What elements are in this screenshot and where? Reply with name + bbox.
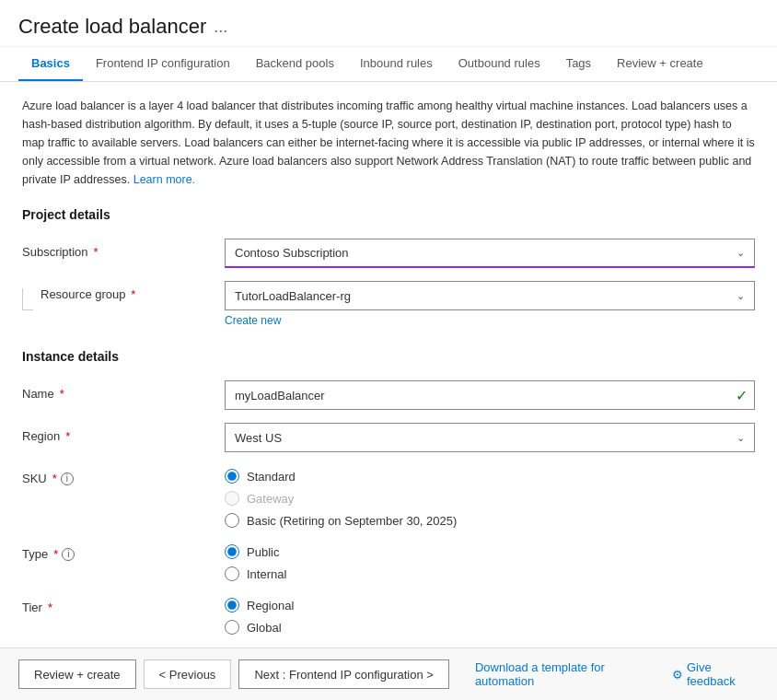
- sku-row: SKU * i Standard Gateway: [22, 465, 755, 528]
- sku-control: Standard Gateway Basic (Retiring on Sept…: [225, 465, 755, 528]
- tier-regional-option: Regional: [225, 598, 755, 612]
- tab-outbound-rules[interactable]: Outbound rules: [446, 47, 553, 81]
- page-container: Create load balancer ... Basics Frontend…: [0, 0, 777, 700]
- region-required: *: [65, 429, 70, 443]
- tier-label: Tier *: [22, 594, 225, 614]
- sku-standard-option: Standard: [225, 469, 755, 484]
- tier-row: Tier * Regional Global: [22, 594, 755, 635]
- type-info-icon[interactable]: i: [62, 548, 75, 561]
- instance-details-heading: Instance details: [22, 349, 755, 368]
- feedback-icon: ⚙: [672, 668, 683, 682]
- resource-group-row: Resource group * TutorLoadBalancer-rg ⌄ …: [22, 281, 755, 327]
- tier-control: Regional Global: [225, 594, 755, 635]
- sku-standard-radio[interactable]: [225, 469, 239, 484]
- resource-group-dropdown[interactable]: TutorLoadBalancer-rg ⌄: [225, 281, 755, 310]
- tier-regional-radio[interactable]: [225, 598, 239, 612]
- type-public-radio[interactable]: [225, 544, 239, 559]
- sku-gateway-option: Gateway: [225, 491, 755, 506]
- page-header: Create load balancer ...: [0, 0, 777, 47]
- type-public-option: Public: [225, 544, 755, 559]
- tier-radio-group: Regional Global: [225, 594, 755, 635]
- tab-tags[interactable]: Tags: [553, 47, 604, 81]
- tab-backend-pools[interactable]: Backend pools: [243, 47, 347, 81]
- sku-basic-option: Basic (Retiring on September 30, 2025): [225, 513, 755, 528]
- sku-standard-label[interactable]: Standard: [247, 470, 296, 484]
- page-title-container: Create load balancer ...: [18, 15, 759, 39]
- tab-frontend-ip[interactable]: Frontend IP configuration: [83, 47, 243, 81]
- indent-line: [22, 281, 37, 310]
- main-content: Azure load balancer is a layer 4 load ba…: [0, 82, 777, 648]
- tab-inbound-rules[interactable]: Inbound rules: [347, 47, 446, 81]
- sku-info-icon[interactable]: i: [61, 472, 74, 485]
- project-details-heading: Project details: [22, 207, 755, 226]
- region-value: West US: [235, 431, 282, 445]
- region-label: Region *: [22, 423, 225, 443]
- subscription-row: Subscription * Contoso Subscription ⌄: [22, 239, 755, 268]
- sku-basic-label[interactable]: Basic (Retiring on September 30, 2025): [247, 514, 457, 528]
- tab-basics[interactable]: Basics: [18, 47, 83, 81]
- type-internal-option: Internal: [225, 566, 755, 581]
- type-internal-label[interactable]: Internal: [247, 567, 286, 581]
- project-details-section: Project details Subscription * Contoso S…: [22, 207, 755, 327]
- page-footer: Review + create < Previous Next : Fronte…: [0, 648, 777, 700]
- sku-gateway-radio: [225, 491, 239, 506]
- name-row: Name * ✓: [22, 380, 755, 410]
- description-text: Azure load balancer is a layer 4 load ba…: [22, 97, 755, 189]
- sku-required: *: [52, 472, 57, 485]
- subscription-arrow-icon: ⌄: [736, 247, 745, 259]
- region-arrow-icon: ⌄: [736, 432, 745, 444]
- sku-gateway-label: Gateway: [247, 492, 294, 506]
- resource-group-control: TutorLoadBalancer-rg ⌄ Create new: [225, 281, 755, 327]
- sku-radio-group: Standard Gateway Basic (Retiring on Sept…: [225, 465, 755, 528]
- resource-group-label: Resource group *: [41, 281, 225, 301]
- next-button[interactable]: Next : Frontend IP configuration >: [238, 659, 449, 689]
- subscription-required: *: [94, 245, 99, 259]
- region-row: Region * West US ⌄: [22, 423, 755, 452]
- review-create-button[interactable]: Review + create: [18, 659, 136, 689]
- tier-global-radio[interactable]: [225, 620, 239, 635]
- tier-global-label[interactable]: Global: [247, 621, 282, 635]
- type-control: Public Internal: [225, 541, 755, 581]
- footer-links: Download a template for automation ⚙ Giv…: [475, 660, 759, 688]
- name-input[interactable]: [225, 380, 755, 410]
- sku-label: SKU * i: [22, 465, 225, 485]
- sku-basic-radio[interactable]: [225, 513, 239, 528]
- feedback-label: Give feedback: [687, 660, 759, 688]
- page-title-ellipsis: ...: [214, 18, 227, 37]
- tab-review-create[interactable]: Review + create: [604, 47, 716, 81]
- resource-group-arrow-icon: ⌄: [736, 290, 745, 302]
- resource-group-required: *: [131, 287, 135, 301]
- nav-tabs: Basics Frontend IP configuration Backend…: [0, 47, 777, 82]
- subscription-dropdown[interactable]: Contoso Subscription ⌄: [225, 239, 755, 268]
- previous-button[interactable]: < Previous: [144, 659, 232, 689]
- create-new-link[interactable]: Create new: [225, 314, 281, 327]
- type-radio-group: Public Internal: [225, 541, 755, 581]
- type-row: Type * i Public Internal: [22, 541, 755, 581]
- subscription-control: Contoso Subscription ⌄: [225, 239, 755, 268]
- type-internal-radio[interactable]: [225, 566, 239, 581]
- download-template-link[interactable]: Download a template for automation: [475, 660, 657, 688]
- name-check-icon: ✓: [736, 387, 748, 404]
- type-label: Type * i: [22, 541, 225, 561]
- resource-group-value: TutorLoadBalancer-rg: [235, 289, 351, 303]
- subscription-value: Contoso Subscription: [235, 246, 349, 260]
- type-public-label[interactable]: Public: [247, 545, 279, 559]
- region-dropdown[interactable]: West US ⌄: [225, 423, 755, 452]
- tier-regional-label[interactable]: Regional: [247, 599, 294, 612]
- tier-required: *: [48, 601, 52, 614]
- page-title: Create load balancer: [18, 15, 206, 39]
- indent-line-inner: [22, 288, 33, 310]
- name-required: *: [60, 387, 64, 401]
- learn-more-link[interactable]: Learn more.: [133, 173, 195, 186]
- subscription-label: Subscription *: [22, 239, 225, 259]
- name-control: ✓: [225, 380, 755, 410]
- region-control: West US ⌄: [225, 423, 755, 452]
- feedback-link[interactable]: ⚙ Give feedback: [672, 660, 759, 688]
- tier-global-option: Global: [225, 620, 755, 635]
- type-required: *: [53, 547, 58, 561]
- name-label: Name *: [22, 380, 225, 401]
- instance-details-section: Instance details Name * ✓ Region *: [22, 349, 755, 635]
